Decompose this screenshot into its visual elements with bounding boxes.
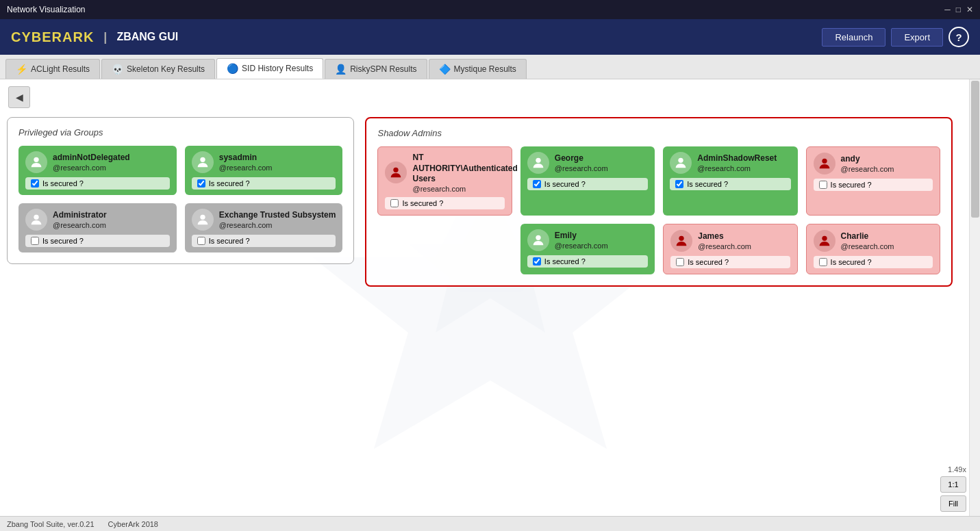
card-emily: Emily @research.com Is secured ? [520, 224, 655, 274]
minimize-button[interactable]: ─ [944, 5, 951, 14]
domain-adminshadowreset: @research.com [697, 164, 790, 172]
card-charlie: Charlie @research.com Is secured ? [806, 224, 940, 274]
check-exchange[interactable] [197, 237, 205, 245]
app-bar: CYBERARK | ZBANG GUI Relaunch Export ? [0, 19, 980, 55]
back-button[interactable]: ◀ [8, 86, 30, 108]
app-bar-actions: Relaunch Export ? [822, 27, 969, 47]
domain-emily: @research.com [555, 242, 648, 250]
aclight-icon: ⚡ [16, 64, 27, 75]
name-adminnotdelegated: adminNotDelegated [53, 153, 170, 164]
bottom-controls: 1.49x 1:1 Fill [940, 465, 966, 512]
svg-point-3 [34, 157, 38, 162]
avatar-james [670, 230, 692, 252]
skeleton-icon: 💀 [112, 64, 123, 75]
tab-aclight[interactable]: ⚡ ACLight Results [5, 59, 100, 79]
check-sysadmin[interactable] [197, 179, 205, 187]
title-bar-controls[interactable]: ─ □ ✕ [944, 5, 973, 14]
check-andy[interactable] [819, 181, 827, 189]
avatar-emily [527, 229, 549, 251]
zoom-label: 1.49x [948, 465, 966, 474]
scrollbar-thumb[interactable] [971, 81, 979, 218]
check-adminnotdelegated[interactable] [31, 179, 39, 187]
domain-adminnotdelegated: @research.com [53, 164, 170, 172]
svg-point-6 [200, 215, 205, 220]
card-ntauthority: NT AUTHORITY\Authenticated Users @resear… [377, 146, 512, 216]
tab-sid-label: SID History Results [242, 64, 313, 73]
avatar-exchange [192, 209, 214, 231]
check-label-james: Is secured ? [688, 258, 729, 266]
name-charlie: Charlie [841, 231, 933, 242]
brand-cyberark: CYBERARK [11, 29, 94, 45]
groups-layout: Privileged via Groups adminNotDelegated … [7, 117, 953, 287]
back-icon: ◀ [16, 92, 23, 103]
check-label-george: Is secured ? [544, 180, 586, 188]
title-bar-title: Network Visualization [7, 5, 86, 14]
mystique-icon: 🔷 [439, 64, 451, 75]
avatar-administrator [25, 209, 47, 231]
name-adminshadowreset: AdminShadowReset [697, 153, 790, 164]
status-tool: Zbang Tool Suite, ver.0.21 [7, 520, 95, 528]
check-george[interactable] [533, 180, 541, 188]
brand-zbang: ZBANG GUI [116, 31, 178, 43]
shadow-row1: NT AUTHORITY\Authenticated Users @resear… [377, 146, 940, 216]
svg-point-5 [34, 215, 38, 220]
check-administrator[interactable] [31, 237, 39, 245]
close-button[interactable]: ✕ [966, 5, 973, 14]
tab-bar: ⚡ ACLight Results 💀 Skeleton Key Results… [0, 55, 980, 79]
riskyspn-icon: 👤 [335, 64, 347, 75]
avatar-ntauthority [385, 161, 407, 183]
maximize-button[interactable]: □ [956, 5, 961, 14]
tab-mystique-label: Mystique Results [454, 64, 516, 74]
check-label-adminnotdelegated: Is secured ? [42, 179, 84, 187]
domain-james: @research.com [698, 242, 790, 250]
name-james: James [698, 231, 790, 242]
zoom-fill-button[interactable]: Fill [940, 495, 966, 512]
relaunch-button[interactable]: Relaunch [822, 28, 885, 47]
name-emily: Emily [555, 231, 648, 242]
check-label-exchange: Is secured ? [209, 237, 250, 245]
zoom-11-button[interactable]: 1:1 [940, 476, 966, 493]
card-exchange: Exchange Trusted Subsystem @research.com… [185, 203, 343, 252]
check-emily[interactable] [533, 257, 541, 266]
privileged-group-title: Privileged via Groups [18, 127, 342, 138]
domain-charlie: @research.com [841, 242, 933, 250]
help-button[interactable]: ? [948, 27, 969, 47]
tab-skeleton-label: Skeleton Key Results [127, 64, 205, 74]
check-charlie[interactable] [819, 258, 827, 266]
check-label-emily: Is secured ? [544, 257, 586, 266]
privileged-group-box: Privileged via Groups adminNotDelegated … [7, 117, 354, 264]
card-sysadmin: sysadmin @research.com Is secured ? [185, 146, 343, 195]
name-ntauthority: NT AUTHORITY\Authenticated Users [412, 153, 517, 185]
svg-point-8 [536, 158, 540, 163]
brand-sep: | [103, 30, 107, 44]
svg-point-7 [394, 168, 399, 172]
main-content: ◀ Privileged via Groups adminNotDelegat [0, 79, 980, 531]
avatar-sysadmin [192, 151, 214, 173]
card-adminshadowreset: AdminShadowReset @research.com Is secure… [663, 146, 797, 216]
title-bar: Network Visualization ─ □ ✕ [0, 0, 980, 19]
avatar-adminnotdelegated [25, 151, 47, 173]
status-copy: CyberArk 2018 [108, 520, 158, 528]
export-button[interactable]: Export [891, 28, 943, 47]
check-label-charlie: Is secured ? [831, 258, 872, 266]
shadow-admins-title: Shadow Admins [377, 128, 940, 138]
avatar-george [527, 152, 549, 174]
card-james: James @research.com Is secured ? [663, 224, 797, 274]
check-adminshadowreset[interactable] [675, 180, 683, 188]
shadow-row2: Emily @research.com Is secured ? [377, 224, 940, 274]
check-ntauthority[interactable] [390, 199, 399, 207]
svg-point-11 [536, 235, 540, 239]
tab-riskyspn[interactable]: 👤 RiskySPN Results [325, 59, 427, 79]
check-label-andy: Is secured ? [831, 181, 872, 189]
scrollbar-track[interactable] [969, 79, 980, 516]
avatar-adminshadowreset [670, 152, 692, 174]
domain-sysadmin: @research.com [219, 164, 336, 172]
tab-mystique[interactable]: 🔷 Mystique Results [429, 59, 527, 79]
avatar-andy [814, 153, 835, 174]
tab-skeleton[interactable]: 💀 Skeleton Key Results [101, 59, 215, 79]
check-james[interactable] [676, 258, 684, 266]
svg-point-10 [822, 159, 827, 164]
name-exchange: Exchange Trusted Subsystem [219, 210, 336, 221]
name-george: George [555, 153, 648, 164]
tab-sid[interactable]: 🔵 SID History Results [216, 58, 323, 79]
